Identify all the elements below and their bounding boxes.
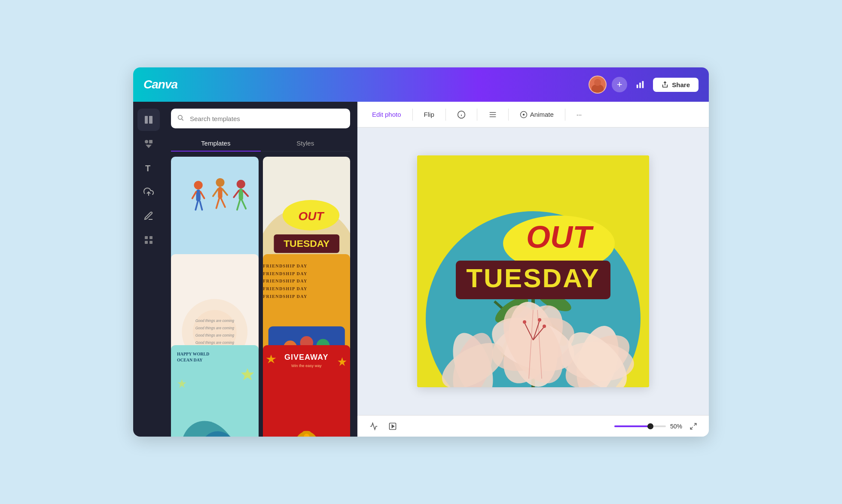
editor-bottom-bar: 50% [357, 415, 709, 437]
svg-line-25 [200, 202, 202, 210]
svg-text:TUESDAY: TUESDAY [284, 238, 329, 249]
template-card[interactable]: GIVEAWAY Win the easy way [263, 345, 351, 437]
stats-button[interactable] [632, 77, 648, 92]
template-card[interactable]: HAPPY WORLDOCEAN DAY [171, 345, 259, 437]
zoom-percent: 50% [670, 423, 682, 430]
icon-bar: T [133, 102, 164, 437]
zoom-slider[interactable] [614, 425, 666, 427]
top-bar-right: + Share [589, 76, 699, 94]
svg-line-30 [217, 199, 219, 208]
toolbar-divider [565, 109, 565, 121]
tab-templates[interactable]: Templates [171, 135, 261, 151]
sidebar: Templates Styles [164, 102, 357, 437]
svg-rect-12 [149, 236, 153, 239]
svg-marker-124 [392, 425, 394, 428]
svg-text:FRIENDSHIP DAY: FRIENDSHIP DAY [263, 264, 308, 268]
avatar[interactable] [589, 76, 607, 94]
canvas-svg: OUT TUESDAY [417, 155, 649, 387]
editor-canvas-area: Joe [357, 128, 709, 415]
svg-rect-5 [149, 116, 153, 124]
editor-toolbar: Edit photo Flip [357, 102, 709, 128]
apps-button[interactable] [137, 229, 160, 251]
svg-rect-0 [637, 85, 638, 88]
flip-button[interactable]: Flip [418, 107, 440, 121]
draw-button[interactable] [137, 205, 160, 227]
svg-line-24 [195, 202, 198, 210]
svg-point-88 [522, 113, 525, 115]
tab-styles[interactable]: Styles [261, 135, 351, 151]
template-6-subtitle: Win the easy way [263, 364, 351, 368]
toolbar-divider [445, 109, 446, 121]
expand-button[interactable] [686, 419, 700, 433]
svg-point-114 [523, 320, 526, 324]
svg-line-16 [182, 119, 183, 120]
svg-line-126 [690, 427, 693, 429]
svg-line-29 [223, 189, 227, 195]
more-button[interactable]: ··· [570, 107, 588, 121]
svg-text:T: T [145, 164, 150, 173]
toolbar-divider [508, 109, 509, 121]
elements-button[interactable] [137, 133, 160, 155]
search-input[interactable] [171, 109, 350, 128]
template-3-text: Good things are coming Good things are c… [195, 317, 234, 346]
app-window: Canva + Share [133, 67, 709, 437]
svg-rect-11 [145, 236, 148, 239]
text-button[interactable]: T [137, 157, 160, 179]
svg-point-32 [237, 180, 245, 188]
svg-line-37 [242, 200, 246, 209]
svg-line-34 [234, 191, 238, 197]
svg-rect-4 [145, 116, 148, 124]
svg-text:FRIENDSHIP DAY: FRIENDSHIP DAY [263, 287, 308, 291]
svg-line-31 [221, 199, 225, 207]
svg-rect-2 [642, 81, 644, 88]
share-button[interactable]: Share [653, 78, 699, 92]
svg-point-15 [178, 115, 182, 119]
share-label: Share [672, 81, 690, 88]
animate-button[interactable]: Animate [514, 107, 560, 122]
play-button[interactable] [385, 419, 400, 434]
svg-line-125 [694, 423, 696, 425]
svg-point-116 [538, 318, 541, 322]
svg-line-23 [201, 192, 204, 198]
design-canvas[interactable]: OUT TUESDAY [417, 155, 649, 387]
template-5-text: HAPPY WORLDOCEAN DAY [177, 351, 209, 363]
svg-point-118 [543, 325, 546, 328]
templates-grid: INTERNATIONAL YOUTH DAY [164, 152, 357, 437]
toolbar-divider [477, 109, 477, 121]
svg-point-26 [216, 178, 224, 187]
svg-rect-13 [145, 241, 148, 244]
search-icon [177, 114, 184, 123]
svg-rect-1 [639, 82, 641, 88]
svg-line-35 [243, 191, 248, 196]
uploads-button[interactable] [137, 181, 160, 203]
top-bar: Canva + Share [133, 67, 709, 102]
svg-text:FRIENDSHIP DAY: FRIENDSHIP DAY [263, 279, 308, 284]
search-box [171, 109, 350, 128]
tab-row: Templates Styles [171, 135, 350, 152]
svg-line-28 [213, 189, 218, 196]
template-6-title: GIVEAWAY [263, 353, 351, 362]
zoom-control: 50% [614, 419, 700, 433]
sidebar-toggle-button[interactable] [137, 109, 160, 131]
zoom-slider-thumb[interactable] [647, 423, 653, 429]
svg-line-36 [237, 200, 240, 210]
svg-rect-85 [489, 114, 496, 115]
info-button[interactable] [451, 107, 472, 122]
add-button[interactable]: + [612, 77, 627, 92]
svg-text:OUT: OUT [298, 209, 325, 223]
edit-photo-button[interactable]: Edit photo [366, 107, 407, 121]
menu-button[interactable] [482, 107, 503, 122]
timeline-button[interactable] [366, 419, 381, 434]
svg-text:OUT: OUT [526, 220, 594, 254]
svg-rect-14 [149, 241, 153, 244]
editor-area: Edit photo Flip [357, 102, 709, 437]
main-area: T [133, 102, 709, 437]
bottom-left-controls [366, 419, 400, 434]
canva-logo: Canva [143, 78, 589, 91]
canvas-wrapper: Joe [417, 155, 649, 387]
svg-text:FRIENDSHIP DAY: FRIENDSHIP DAY [263, 294, 308, 299]
svg-rect-84 [489, 112, 496, 113]
svg-point-20 [194, 181, 202, 189]
svg-text:FRIENDSHIP DAY: FRIENDSHIP DAY [263, 271, 308, 276]
toolbar-divider [412, 109, 413, 121]
